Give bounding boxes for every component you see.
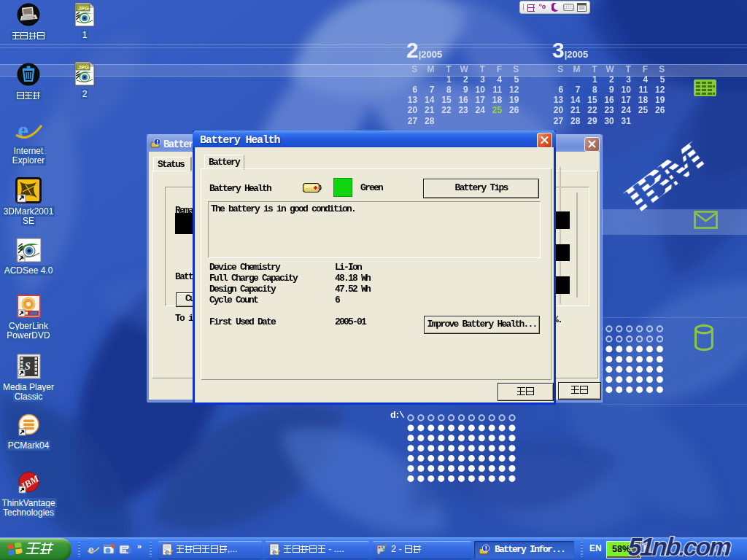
svg-text:JPG: JPG bbox=[78, 64, 89, 71]
svg-text:e: e bbox=[272, 546, 276, 556]
svg-text:e: e bbox=[18, 118, 28, 143]
svg-text:JPG: JPG bbox=[78, 5, 89, 12]
svg-text:e: e bbox=[165, 546, 169, 556]
svg-text:51nb.com: 51nb.com bbox=[629, 533, 732, 560]
svg-text:e: e bbox=[88, 542, 94, 556]
svg-text:S: S bbox=[25, 361, 31, 372]
